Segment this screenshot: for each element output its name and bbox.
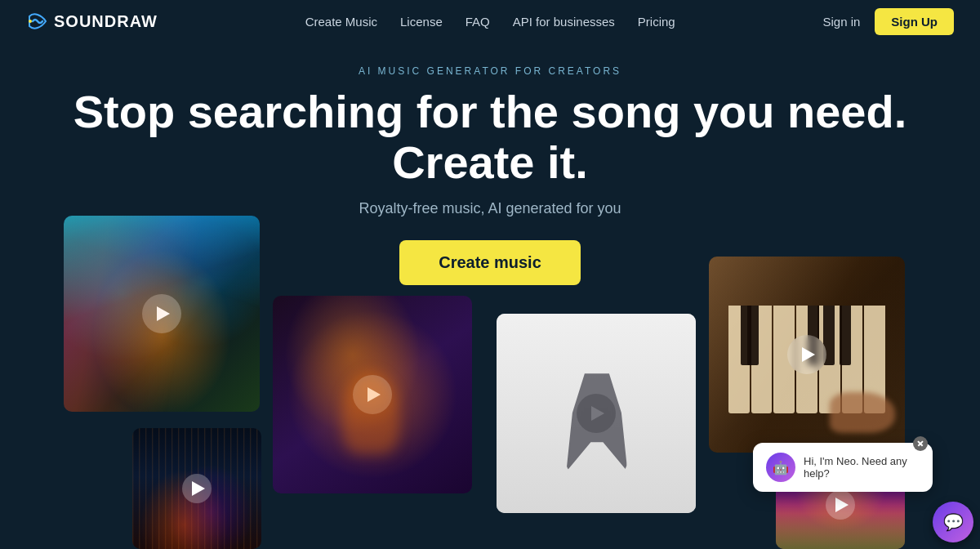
- hero-title: Stop searching for the song you need. Cr…: [0, 87, 980, 187]
- city-play-button[interactable]: [182, 474, 212, 503]
- neo-avatar: 🤖: [766, 453, 795, 482]
- nav-api[interactable]: API for businesses: [513, 15, 615, 29]
- nav-links: Create Music License FAQ API for busines…: [305, 15, 675, 29]
- hero-title-line2: Create it.: [392, 136, 588, 188]
- hero-tagline: AI MUSIC GENERATOR FOR CREATORS: [0, 65, 980, 77]
- signup-button[interactable]: Sign Up: [875, 8, 954, 35]
- create-music-button[interactable]: Create music: [399, 240, 581, 285]
- hero-title-line1: Stop searching for the song you need.: [74, 86, 907, 137]
- nav-right: Sign in Sign Up: [822, 8, 954, 35]
- jump-card[interactable]: [497, 314, 696, 513]
- dancer-card[interactable]: [273, 296, 472, 493]
- neo-close-button[interactable]: [913, 436, 928, 451]
- neo-chat-text: Hi, I'm Neo. Need any help?: [804, 455, 920, 480]
- hero-section: AI MUSIC GENERATOR FOR CREATORS Stop sea…: [0, 42, 980, 305]
- navbar: SOUNDRAW Create Music License FAQ API fo…: [0, 0, 980, 42]
- neo-chat-bubble: 🤖 Hi, I'm Neo. Need any help?: [753, 443, 933, 492]
- hero-subtitle: Royalty-free music, AI generated for you: [0, 200, 980, 217]
- logo[interactable]: SOUNDRAW: [26, 10, 158, 33]
- chat-launcher-button[interactable]: 💬: [933, 502, 973, 542]
- piano-keys: [728, 306, 885, 413]
- nav-license[interactable]: License: [400, 15, 443, 29]
- signin-link[interactable]: Sign in: [822, 15, 860, 29]
- jump-play-button[interactable]: [577, 394, 616, 433]
- nav-create-music[interactable]: Create Music: [305, 15, 377, 29]
- tropical-play-button[interactable]: [826, 490, 855, 520]
- chat-launcher-icon: 💬: [943, 512, 964, 532]
- nav-pricing[interactable]: Pricing: [638, 15, 675, 29]
- logo-text: SOUNDRAW: [54, 12, 158, 31]
- nav-faq[interactable]: FAQ: [466, 15, 490, 29]
- piano-play-button[interactable]: [787, 335, 826, 374]
- dancer-play-button[interactable]: [353, 375, 392, 414]
- svg-point-0: [29, 20, 32, 23]
- city-card[interactable]: [132, 428, 261, 549]
